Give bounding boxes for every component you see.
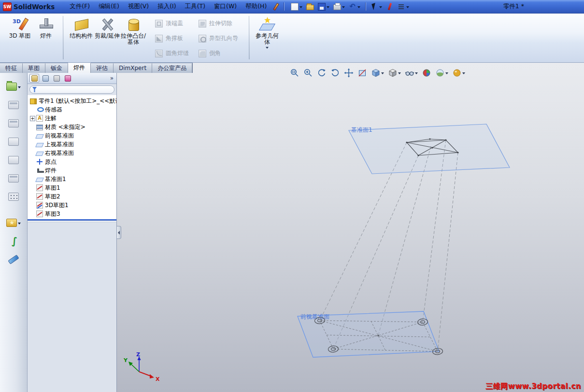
ribbon-gusset-button[interactable]: 角撑板 [152,31,192,46]
left-toolbar-button-10[interactable] [3,252,24,266]
tree-item-3dsketch1[interactable]: 3D草图1 [28,201,116,210]
menu-help[interactable]: 帮助(H) [241,0,271,13]
view-orientation-button[interactable] [371,68,384,78]
tab-evaluate[interactable]: 评估 [91,63,114,73]
ribbon-button-label: 拉伸切除 [209,19,232,28]
open-button[interactable] [305,2,315,11]
configuration-manager-tab[interactable] [52,74,61,83]
ribbon-3d-sketch-button[interactable]: 3D 草图 [7,16,33,39]
property-manager-tab[interactable] [41,74,50,83]
menu-edit[interactable]: 编辑(E) [94,0,124,13]
tree-item-plane1[interactable]: 基准面1 [28,175,116,183]
display-style-button[interactable] [388,68,401,78]
tab-features[interactable]: 特征 [0,63,23,73]
edit-appearance-button[interactable] [422,68,431,78]
tab-weldments[interactable]: 焊件 [68,63,91,73]
tree-item-weldment[interactable]: 焊件 [28,166,116,175]
pan-button[interactable] [344,68,354,78]
measure-icon [8,254,19,264]
tree-item-sensors[interactable]: 传感器 [28,105,116,114]
tree-item-right-plane[interactable]: 右视基准面 [28,149,116,157]
left-toolbar-button-6[interactable] [3,171,24,185]
grid-icon [8,193,19,201]
plane-icon [35,152,44,156]
panel-icon [8,156,19,164]
zoom-fit-button[interactable] [290,68,299,78]
apply-scene-icon [435,68,445,78]
left-toolbar-button-3[interactable] [3,116,24,130]
tree-item-sketch1[interactable]: 草图1 [28,183,116,192]
tree-item-origin[interactable]: 原点 [28,157,116,166]
select-button[interactable] [369,2,384,12]
chevron-down-icon[interactable] [445,72,448,76]
options-button[interactable] [396,2,411,12]
tree-item-material[interactable]: 材质 <未指定> [28,123,116,131]
view-settings-button[interactable] [452,68,465,78]
chevron-down-icon[interactable] [266,47,269,50]
tree-item-sketch3[interactable]: 草图3 [28,210,116,218]
panel-splitter[interactable] [117,226,121,239]
ribbon-weldment-button[interactable]: 焊件 [33,16,59,39]
expand-plus-icon[interactable]: + [30,116,35,121]
tree-item-front-plane[interactable]: 前视基准面 [28,131,116,140]
chevron-down-icon[interactable] [381,72,384,76]
display-manager-tab[interactable] [63,74,72,83]
ribbon-end-cap-button[interactable]: 顶端盖 [152,16,192,31]
front-plane-label[interactable]: 前视基准面 [300,313,329,320]
ribbon-hole-wizard-button[interactable]: 异型孔向导 [196,31,241,46]
left-toolbar-button-1[interactable] [3,79,24,94]
open-icon [306,5,314,10]
plane1-label[interactable]: 基准面1 [351,126,372,133]
left-toolbar-button-4[interactable] [3,134,24,149]
ribbon-extruded-cut-button[interactable]: 拉伸切除 [196,16,241,31]
tab-office-products[interactable]: 办公室产品 [152,63,192,73]
menu-insert[interactable]: 插入(I) [153,0,180,13]
plane1-face[interactable] [349,124,510,174]
left-toolbar-button-9[interactable] [3,234,24,248]
left-toolbar-button-2[interactable] [3,98,24,112]
tree-item-label: 草图1 [45,184,60,192]
tree-item-sketch2[interactable]: 草图2 [28,192,116,201]
menu-view[interactable]: 视图(V) [124,0,153,13]
undo-button[interactable] [347,2,362,12]
zoom-area-button[interactable] [303,68,313,78]
new-document-button[interactable] [289,2,304,12]
left-toolbar-button-8[interactable] [3,215,24,230]
tab-sheet-metal[interactable]: 钣金 [45,63,68,73]
tree-filter-box[interactable] [29,85,114,94]
menu-tools[interactable]: 工具(T) [181,0,210,13]
ribbon-reference-geometry-button[interactable]: 参考几何体 [254,16,280,50]
chevron-down-icon [406,6,409,10]
ribbon-fillet-bead-button[interactable]: 圆角焊缝 [152,46,192,61]
section-view-button[interactable] [357,68,367,78]
chevron-down-icon[interactable] [462,72,465,76]
save-button[interactable] [316,2,331,12]
hide-show-items-button[interactable] [405,68,418,78]
chevron-down-icon[interactable] [398,72,401,76]
feature-tree: 零件1 (默认<按加工>_<<默认>_ 传感器 + 注解 材质 <未指定> 前视… [28,95,116,222]
apply-scene-button[interactable] [435,68,448,78]
expander-placeholder [30,185,35,191]
tree-item-top-plane[interactable]: 上视基准面 [28,140,116,149]
menu-file[interactable]: 文件(F) [65,0,94,13]
rotate-view-button[interactable] [317,68,327,78]
left-toolbar-button-7[interactable] [3,189,24,204]
graphics-area[interactable]: 基准面1 前视基准面 [117,63,584,392]
ribbon-extruded-boss-base-button[interactable]: 拉伸凸台/基体 [120,16,146,45]
ribbon-trim-extend-button[interactable]: 剪裁/延伸 [94,16,120,39]
tree-item-root[interactable]: 零件1 (默认<按加工>_<<默认>_ [28,97,116,105]
chevron-down-icon[interactable] [415,72,418,76]
menu-window[interactable]: 窗口(W) [210,0,241,13]
tree-item-annotations[interactable]: + 注解 [28,114,116,123]
ribbon-structural-member-button[interactable]: 结构构件 [68,16,94,39]
feature-manager-tab[interactable] [29,74,39,83]
tab-sketch[interactable]: 草图 [23,63,45,73]
markup-button[interactable] [385,2,395,11]
panel-overflow-chevron[interactable]: » [110,75,114,82]
left-toolbar-button-5[interactable] [3,153,24,167]
ribbon-chamfer-button[interactable]: 倒角 [196,46,241,61]
rollback-bar[interactable] [28,219,116,221]
previous-view-button[interactable] [330,68,340,78]
tab-dimxpert[interactable]: DimXpert [114,63,152,73]
print-button[interactable] [332,2,346,11]
